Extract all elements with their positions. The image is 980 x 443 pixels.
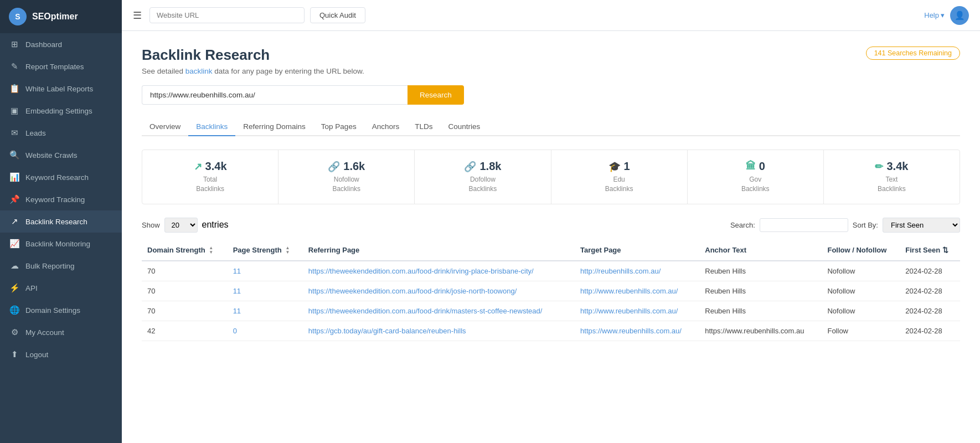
stats-row: ↗3.4k TotalBacklinks 🔗1.6k NofollowBackl…: [142, 150, 960, 204]
searches-badge: 141 Searches Remaining: [866, 47, 960, 60]
tab-anchors[interactable]: Anchors: [364, 118, 408, 136]
domain-strength-cell: 42: [142, 321, 228, 341]
sidebar-label-embedding-settings: Embedding Settings: [25, 107, 92, 115]
sort-select[interactable]: First SeenDomain StrengthPage Strength: [883, 218, 960, 233]
target-page-link[interactable]: http://www.reubenhills.com.au/: [580, 287, 678, 295]
backlink-research-icon: ↗: [9, 217, 20, 226]
table-row: 7011https://theweekendedition.com.au/foo…: [142, 301, 960, 321]
sidebar-item-white-label-reports[interactable]: 📋White Label Reports: [0, 78, 122, 100]
sidebar-label-keyword-tracking: Keyword Tracking: [25, 195, 85, 204]
sidebar-label-backlink-research: Backlink Research: [25, 218, 87, 226]
sidebar-item-api[interactable]: ⚡API: [0, 277, 122, 299]
sidebar-label-logout: Logout: [25, 351, 48, 359]
quick-audit-button[interactable]: Quick Audit: [310, 7, 365, 23]
page-strength-cell: 11: [228, 301, 303, 321]
sidebar-item-keyword-research[interactable]: 📊Keyword Research: [0, 166, 122, 188]
target-page-link[interactable]: http://www.reubenhills.com.au/: [580, 307, 678, 315]
topbar-url-input[interactable]: [149, 7, 305, 23]
text-backlinks-icon: ✏: [875, 161, 883, 173]
sidebar-item-my-account[interactable]: ⚙My Account: [0, 321, 122, 343]
sidebar-item-embedding-settings[interactable]: ▣Embedding Settings: [0, 100, 122, 122]
tab-backlinks[interactable]: Backlinks: [188, 118, 235, 136]
target-page-cell: http://www.reubenhills.com.au/: [575, 301, 699, 321]
stat-dofollow-backlinks: 🔗1.8k DofollowBacklinks: [415, 150, 551, 204]
sidebar-label-website-crawls: Website Crawls: [25, 151, 78, 159]
sidebar-label-backlink-monitoring: Backlink Monitoring: [25, 240, 90, 248]
target-page-link[interactable]: https://www.reubenhills.com.au/: [580, 327, 682, 335]
my-account-icon: ⚙: [9, 327, 20, 337]
col-first-seen: First Seen ⇅: [900, 240, 960, 261]
sort-label: Sort By:: [853, 221, 878, 229]
nofollow-backlinks-icon: 🔗: [328, 161, 340, 173]
white-label-reports-icon: 📋: [9, 84, 20, 94]
sidebar-item-bulk-reporting[interactable]: ☁Bulk Reporting: [0, 255, 122, 277]
sidebar-item-logout[interactable]: ⬆Logout: [0, 343, 122, 365]
referring-page-link[interactable]: https://theweekendedition.com.au/food-dr…: [308, 267, 534, 275]
sidebar-nav: ⊞Dashboard✎Report Templates📋White Label …: [0, 33, 122, 365]
table-controls: Show 102050100 entries Search: Sort By: …: [142, 218, 960, 233]
hamburger-icon[interactable]: ☰: [133, 9, 142, 22]
backlinks-table: Domain Strength ▲▼Page Strength ▲▼Referr…: [142, 240, 960, 342]
sidebar-item-keyword-tracking[interactable]: 📌Keyword Tracking: [0, 188, 122, 210]
sidebar-item-backlink-research[interactable]: ↗Backlink Research: [0, 210, 122, 233]
referring-page-link[interactable]: https://theweekendedition.com.au/food-dr…: [308, 307, 542, 315]
api-icon: ⚡: [9, 283, 20, 293]
sidebar-logo[interactable]: S SEOptimer: [0, 0, 122, 33]
referring-page-link[interactable]: https://theweekendedition.com.au/food-dr…: [308, 287, 517, 295]
user-avatar[interactable]: 👤: [950, 6, 969, 25]
dofollow-backlinks-icon: 🔗: [464, 161, 476, 173]
sidebar-item-leads[interactable]: ✉Leads: [0, 122, 122, 144]
tab-overview[interactable]: Overview: [142, 118, 188, 136]
stat-edu-backlinks: 🎓1 EduBacklinks: [551, 150, 688, 204]
sidebar-label-white-label-reports: White Label Reports: [25, 85, 93, 93]
sidebar-item-backlink-monitoring[interactable]: 📈Backlink Monitoring: [0, 233, 122, 255]
tab-top-pages[interactable]: Top Pages: [313, 118, 364, 136]
page-subtitle: See detailed backlink data for any page …: [142, 67, 960, 75]
tab-tlds[interactable]: TLDs: [407, 118, 440, 136]
anchor-text-cell: Reuben Hills: [699, 281, 822, 301]
research-url-input[interactable]: [142, 85, 408, 105]
page-strength-link[interactable]: 0: [233, 327, 237, 335]
help-link[interactable]: Help ▾: [924, 11, 945, 19]
page-strength-link[interactable]: 11: [233, 287, 241, 295]
referring-page-link[interactable]: https://gcb.today/au/gift-card-balance/r…: [308, 327, 466, 335]
report-templates-icon: ✎: [9, 61, 20, 71]
target-page-link[interactable]: http://reubenhills.com.au/: [580, 267, 661, 275]
show-label: Show: [142, 221, 160, 229]
tab-referring-domains[interactable]: Referring Domains: [235, 118, 313, 136]
sidebar-item-domain-settings[interactable]: 🌐Domain Settings: [0, 299, 122, 321]
domain-settings-icon: 🌐: [9, 305, 20, 315]
page-strength-link[interactable]: 11: [233, 267, 241, 275]
table-search-input[interactable]: [760, 218, 848, 232]
keyword-tracking-icon: 📌: [9, 194, 20, 204]
sidebar-label-dashboard: Dashboard: [25, 40, 62, 49]
col-page-strength: Page Strength ▲▼: [228, 240, 303, 261]
col-domain-strength: Domain Strength ▲▼: [142, 240, 228, 261]
sidebar-item-dashboard[interactable]: ⊞Dashboard: [0, 33, 122, 55]
research-button[interactable]: Research: [408, 85, 464, 105]
domain-strength-cell: 70: [142, 301, 228, 321]
show-entries-select[interactable]: 102050100: [164, 218, 198, 233]
bulk-reporting-icon: ☁: [9, 261, 20, 271]
sidebar-label-domain-settings: Domain Settings: [25, 306, 80, 315]
stat-text-backlinks: ✏3.4k TextBacklinks: [824, 150, 960, 204]
gov-backlinks-icon: 🏛: [746, 161, 756, 172]
target-page-cell: http://www.reubenhills.com.au/: [575, 281, 699, 301]
anchor-text-cell: https://www.reubenhills.com.au: [699, 321, 822, 341]
dashboard-icon: ⊞: [9, 39, 20, 49]
backlink-link[interactable]: backlink: [185, 67, 213, 75]
sidebar-label-my-account: My Account: [25, 328, 64, 337]
page-title: Backlink Research: [142, 47, 270, 64]
col-referring-page: Referring Page: [303, 240, 575, 261]
referring-page-cell: https://gcb.today/au/gift-card-balance/r…: [303, 321, 575, 341]
leads-icon: ✉: [9, 128, 20, 138]
first-seen-cell: 2024-02-28: [900, 261, 960, 281]
domain-strength-cell: 70: [142, 261, 228, 281]
sidebar-item-report-templates[interactable]: ✎Report Templates: [0, 55, 122, 78]
sidebar-item-website-crawls[interactable]: 🔍Website Crawls: [0, 144, 122, 166]
content-area: Backlink Research 141 Searches Remaining…: [122, 31, 980, 443]
sidebar-label-report-templates: Report Templates: [25, 63, 84, 71]
embedding-settings-icon: ▣: [9, 106, 20, 116]
tab-countries[interactable]: Countries: [440, 118, 488, 136]
page-strength-link[interactable]: 11: [233, 307, 241, 315]
